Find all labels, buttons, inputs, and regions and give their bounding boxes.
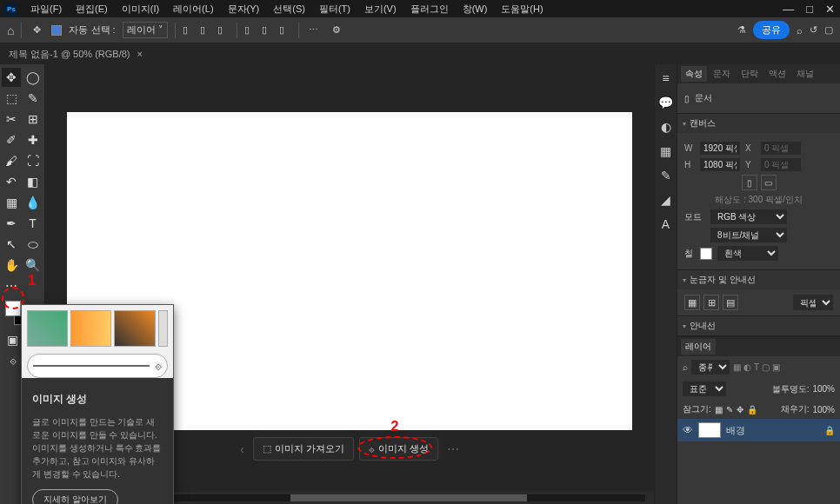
- opacity-value[interactable]: 100%: [812, 384, 835, 394]
- gradient-dock-icon[interactable]: ◢: [658, 193, 674, 209]
- crop-tool[interactable]: ✂: [2, 109, 21, 129]
- tab-channels[interactable]: 채널: [792, 66, 818, 82]
- filter-adjust-icon[interactable]: ◐: [743, 362, 751, 372]
- color-dock-icon[interactable]: ◐: [658, 120, 674, 136]
- ruler-unit-select[interactable]: 픽셀: [793, 295, 833, 310]
- swatches-dock-icon[interactable]: ▦: [658, 144, 674, 160]
- lock-transparency-icon[interactable]: ▦: [715, 405, 723, 414]
- filter-shape-icon[interactable]: ▢: [762, 362, 770, 372]
- layer-thumbnail[interactable]: [698, 422, 721, 438]
- menu-file[interactable]: 파일(F): [24, 1, 68, 17]
- ruler-icon[interactable]: ▦: [684, 295, 700, 310]
- stamp-tool[interactable]: ⛶: [23, 151, 43, 170]
- search-icon[interactable]: ⌕: [797, 25, 803, 36]
- guides-icon[interactable]: ▤: [723, 295, 738, 310]
- tab-actions[interactable]: 액션: [764, 66, 790, 82]
- tab-paragraph[interactable]: 단락: [737, 66, 763, 82]
- zoom-tool[interactable]: 🔍: [23, 255, 43, 275]
- edit-toolbar-tool[interactable]: ⋯: [2, 276, 21, 295]
- align-center-icon[interactable]: ▯: [200, 24, 212, 36]
- lock-all-icon[interactable]: 🔒: [747, 405, 757, 414]
- hand-tool[interactable]: ✋: [2, 255, 21, 275]
- document-tab[interactable]: 제목 없음-1 @ 50% (RGB/8): [9, 48, 130, 61]
- grid-icon[interactable]: ⊞: [703, 295, 719, 310]
- distribute-icon[interactable]: ▯: [244, 24, 257, 36]
- fg-color-swatch[interactable]: [5, 301, 21, 316]
- share-button[interactable]: 공유: [753, 21, 790, 39]
- brush-tool[interactable]: 🖌: [2, 151, 21, 170]
- pen-tool[interactable]: ✒: [2, 214, 21, 233]
- tab-close-icon[interactable]: ×: [137, 49, 143, 59]
- color-mode-select[interactable]: RGB 색상: [710, 209, 787, 224]
- x-input[interactable]: [761, 142, 801, 155]
- menu-filter[interactable]: 필터(T): [313, 1, 357, 17]
- layer-visibility-icon[interactable]: 👁: [683, 424, 693, 436]
- maximize-icon[interactable]: □: [806, 3, 813, 16]
- width-input[interactable]: [700, 142, 740, 155]
- beaker-icon[interactable]: ⚗: [737, 24, 746, 36]
- align-right-icon[interactable]: ▯: [217, 24, 230, 36]
- healing-tool[interactable]: ✚: [23, 130, 43, 149]
- eyedropper-tool[interactable]: ✐: [2, 130, 21, 149]
- menu-view[interactable]: 보기(V): [358, 1, 403, 17]
- history-icon[interactable]: ↺: [810, 24, 817, 36]
- search-icon[interactable]: ⌕: [683, 362, 688, 372]
- quick-select-tool[interactable]: ✎: [23, 89, 43, 108]
- type-tool[interactable]: T: [23, 214, 43, 233]
- filter-type-icon[interactable]: T: [754, 362, 759, 372]
- align-left-icon[interactable]: ▯: [183, 24, 195, 36]
- history-brush-tool[interactable]: ↶: [2, 172, 21, 191]
- lock-position-icon[interactable]: ✥: [737, 405, 743, 414]
- layer-name[interactable]: 배경: [726, 424, 745, 437]
- distribute-icon[interactable]: ▯: [279, 24, 291, 36]
- home-icon[interactable]: ⌂: [7, 23, 14, 37]
- y-input[interactable]: [761, 158, 801, 171]
- marquee-tool[interactable]: ⬚: [2, 89, 21, 108]
- ellipse-marquee-tool[interactable]: ◯: [23, 68, 43, 87]
- frame-tool[interactable]: ⊞: [23, 109, 43, 129]
- taskbar-more-icon[interactable]: ⋯: [443, 442, 463, 456]
- blend-mode-select[interactable]: 표준: [683, 381, 726, 396]
- tab-properties[interactable]: 속성: [681, 66, 707, 82]
- lasso-tool[interactable]: ⬭: [23, 235, 43, 254]
- fill-swatch[interactable]: [700, 248, 712, 260]
- guides-section-header[interactable]: 안내선: [677, 315, 840, 335]
- minimize-icon[interactable]: —: [783, 3, 794, 16]
- lock-paint-icon[interactable]: ✎: [726, 405, 733, 414]
- fill-opacity-value[interactable]: 100%: [812, 405, 835, 414]
- landscape-icon[interactable]: ▭: [761, 175, 777, 190]
- height-input[interactable]: [700, 158, 740, 171]
- comment-dock-icon[interactable]: 💬: [658, 96, 674, 111]
- close-icon[interactable]: ✕: [825, 3, 835, 16]
- filter-image-icon[interactable]: ▦: [733, 362, 741, 372]
- menu-help[interactable]: 도움말(H): [495, 1, 549, 17]
- menu-edit[interactable]: 편집(E): [70, 1, 114, 17]
- blur-tool[interactable]: 💧: [23, 193, 43, 212]
- tab-layers[interactable]: 레이어: [681, 339, 716, 355]
- layer-filter-select[interactable]: 종류: [691, 360, 730, 375]
- portrait-icon[interactable]: ▯: [742, 175, 757, 190]
- autoselect-dropdown[interactable]: 레이어 ˅: [123, 22, 168, 38]
- adjustments-dock-icon[interactable]: ≡: [658, 71, 674, 87]
- fill-select[interactable]: 흰색: [717, 246, 778, 261]
- canvas-section-header[interactable]: 캔버스: [677, 113, 840, 133]
- tab-character[interactable]: 문자: [709, 66, 735, 82]
- generate-image-tool[interactable]: ⟐: [3, 351, 23, 370]
- gradient-tool[interactable]: ▦: [2, 193, 21, 212]
- menu-plugin[interactable]: 플러그인: [404, 1, 455, 17]
- brush-dock-icon[interactable]: ✎: [658, 169, 674, 184]
- menu-image[interactable]: 이미지(I): [116, 1, 165, 17]
- scrollbar-thumb[interactable]: [290, 494, 527, 501]
- move-tool[interactable]: ✥: [2, 68, 21, 87]
- rulers-section-header[interactable]: 눈금자 및 안내선: [677, 269, 840, 289]
- layer-lock-icon[interactable]: 🔒: [824, 426, 835, 435]
- workspace-icon[interactable]: ▢: [824, 24, 833, 36]
- import-image-button[interactable]: ⬚ 이미지 가져오기: [253, 437, 354, 461]
- eraser-tool[interactable]: ◧: [23, 172, 43, 191]
- path-select-tool[interactable]: ↖: [2, 235, 21, 254]
- type-dock-icon[interactable]: A: [658, 217, 674, 233]
- menu-layer[interactable]: 레이어(L): [167, 1, 219, 17]
- menu-window[interactable]: 창(W): [457, 1, 494, 17]
- filter-smart-icon[interactable]: ▣: [772, 362, 780, 372]
- menu-type[interactable]: 문자(Y): [222, 1, 266, 17]
